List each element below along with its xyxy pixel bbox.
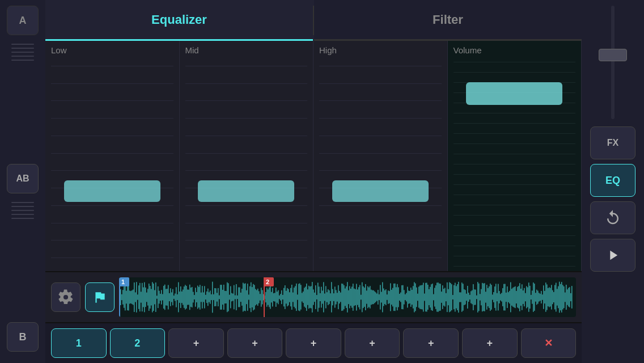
svg-rect-365 (533, 282, 534, 312)
sidebar-line (11, 210, 34, 211)
svg-rect-359 (526, 286, 527, 309)
svg-rect-6 (126, 291, 127, 304)
svg-rect-220 (368, 288, 370, 307)
svg-rect-250 (402, 285, 404, 310)
add-cue-button-6[interactable]: + (345, 328, 400, 358)
svg-rect-383 (553, 292, 554, 302)
eq-volume-slider[interactable] (466, 82, 562, 105)
eq-grid-line (319, 153, 442, 154)
settings-button[interactable] (51, 282, 80, 312)
deck-ab-button[interactable]: AB (7, 164, 39, 193)
svg-rect-236 (387, 294, 388, 300)
svg-rect-368 (536, 290, 537, 305)
sidebar-line (11, 48, 34, 49)
add-cue-button-8[interactable]: + (462, 328, 518, 358)
svg-rect-161 (302, 293, 303, 301)
eq-mid-slider[interactable] (198, 180, 294, 202)
eq-grid-line (319, 258, 442, 258)
eq-high-slider[interactable] (332, 180, 429, 202)
svg-rect-288 (446, 293, 447, 301)
fx-button[interactable]: FX (590, 126, 635, 159)
svg-rect-14 (135, 292, 136, 302)
svg-rect-110 (244, 284, 245, 311)
add-cue-button-5[interactable]: + (286, 328, 341, 358)
eq-band-high: High (313, 41, 448, 271)
tab-filter[interactable]: Filter (314, 0, 582, 41)
eq-grid-line (319, 223, 442, 223)
svg-rect-370 (539, 293, 540, 301)
tab-equalizer[interactable]: Equalizer (45, 0, 313, 41)
svg-rect-124 (260, 294, 261, 301)
svg-rect-24 (146, 293, 147, 302)
svg-rect-258 (412, 290, 413, 305)
svg-rect-158 (298, 284, 299, 310)
delete-cue-button[interactable]: ✕ (521, 328, 577, 358)
eq-grid-line (185, 258, 308, 258)
svg-rect-393 (565, 293, 566, 302)
svg-rect-60 (187, 289, 188, 305)
eq-grid-line (51, 205, 173, 206)
svg-rect-75 (204, 286, 205, 308)
svg-rect-126 (262, 290, 263, 304)
svg-rect-92 (223, 285, 224, 310)
svg-rect-155 (295, 286, 296, 308)
waveform-display[interactable]: 1 2 (119, 277, 576, 317)
volume-slider-thumb[interactable] (599, 49, 627, 61)
right-sidebar: FX EQ (582, 0, 644, 363)
eq-grid-line (319, 170, 442, 171)
svg-rect-304 (464, 289, 465, 305)
svg-rect-11 (132, 290, 133, 304)
svg-rect-8 (128, 284, 129, 310)
svg-rect-351 (517, 287, 518, 308)
add-cue-button-4[interactable]: + (227, 328, 283, 358)
deck-b-button[interactable]: B (7, 322, 39, 352)
svg-rect-361 (528, 282, 529, 312)
svg-rect-150 (289, 292, 290, 302)
svg-rect-101 (234, 285, 235, 310)
svg-rect-89 (220, 285, 221, 310)
loop-button[interactable] (590, 201, 635, 234)
svg-rect-228 (378, 290, 379, 305)
svg-rect-310 (471, 291, 472, 303)
deck-a-button[interactable]: A (7, 6, 39, 35)
svg-rect-332 (495, 284, 497, 310)
svg-rect-284 (441, 292, 442, 303)
svg-rect-91 (222, 290, 223, 305)
svg-rect-103 (236, 284, 237, 310)
svg-rect-76 (205, 295, 206, 299)
svg-rect-225 (374, 292, 375, 303)
svg-rect-240 (391, 290, 392, 305)
svg-rect-239 (390, 283, 391, 311)
flag-button[interactable] (85, 282, 115, 312)
svg-rect-254 (407, 287, 408, 308)
eq-button[interactable]: EQ (590, 164, 635, 197)
svg-rect-172 (314, 293, 315, 302)
svg-rect-191 (336, 290, 337, 304)
svg-rect-28 (151, 289, 152, 305)
svg-rect-208 (355, 289, 356, 305)
svg-rect-17 (138, 285, 139, 309)
svg-rect-100 (232, 294, 234, 301)
svg-rect-287 (444, 288, 446, 306)
svg-rect-207 (354, 289, 355, 306)
svg-rect-71 (200, 285, 201, 309)
eq-low-label: Low (51, 45, 173, 55)
svg-rect-81 (211, 294, 212, 300)
play-button[interactable] (590, 239, 635, 272)
svg-rect-273 (429, 289, 430, 305)
svg-rect-331 (494, 286, 495, 308)
svg-rect-333 (497, 293, 498, 301)
eq-grid-line (51, 153, 173, 154)
svg-rect-171 (313, 289, 314, 305)
svg-rect-251 (404, 290, 405, 304)
eq-grid-line (319, 136, 442, 136)
add-cue-button-3[interactable]: + (168, 328, 224, 358)
eq-low-slider[interactable] (64, 180, 160, 202)
add-cue-button-7[interactable]: + (403, 328, 459, 358)
cue-button-1[interactable]: 1 (51, 328, 107, 358)
svg-rect-122 (257, 289, 259, 306)
svg-rect-153 (293, 293, 294, 302)
svg-rect-311 (472, 290, 473, 305)
cue-button-2[interactable]: 2 (110, 328, 166, 358)
svg-rect-46 (171, 292, 172, 302)
